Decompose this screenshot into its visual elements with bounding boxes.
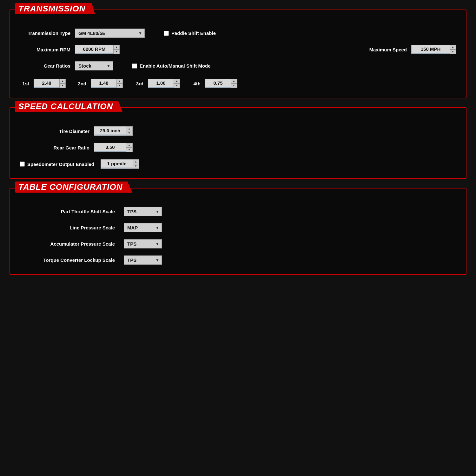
part-throttle-row: Part Throttle Shift Scale TPS MAP RPM ▼ — [20, 207, 456, 216]
max-rpm-input[interactable] — [75, 45, 113, 54]
speedometer-row: Speedometer Output Enabled ▲ ▼ — [20, 159, 456, 169]
tire-diameter-down[interactable]: ▼ — [126, 131, 132, 136]
speedo-label: Speedometer Output Enabled — [27, 162, 94, 167]
max-rpm-spinner: ▲ ▼ — [75, 45, 120, 54]
gear-1-label: 1st — [20, 81, 29, 86]
tire-diameter-label: Tire Diameter — [20, 129, 89, 134]
torque-converter-label: Torque Converter Lockup Scale — [20, 257, 115, 263]
gear-ratios-dropdown-wrap: Stock Custom ▼ — [75, 61, 113, 70]
part-throttle-label: Part Throttle Shift Scale — [20, 209, 115, 214]
gear-2-buttons: ▲ ▼ — [116, 79, 123, 88]
gear-3-spinner: ▲ ▼ — [148, 79, 180, 88]
rear-gear-buttons: ▲ ▼ — [126, 143, 132, 152]
gear-ratios-label: Gear Ratios — [20, 63, 70, 69]
rear-gear-row: Rear Gear Ratio ▲ ▼ — [20, 143, 456, 152]
max-speed-spinner-buttons: ▲ ▼ — [450, 45, 456, 54]
transmission-type-row: Transmission Type GM 4L80/5E GM 4L60/5E … — [20, 29, 456, 38]
table-configuration-title: TABLE CONFIGURATION — [15, 182, 132, 193]
accumulator-row: Accumulator Pressure Scale TPS MAP RPM ▼ — [20, 239, 456, 248]
gear-ratios-row: Gear Ratios Stock Custom ▼ Enable Auto/M… — [20, 61, 456, 70]
transmission-title: TRANSMISSION — [15, 3, 95, 14]
gear-4-up[interactable]: ▲ — [231, 79, 237, 83]
max-speed-spinner: ▲ ▼ — [411, 45, 456, 54]
gear-3-input[interactable] — [148, 79, 174, 88]
rear-gear-label: Rear Gear Ratio — [20, 145, 89, 150]
tire-diameter-spinner: ▲ ▼ — [94, 126, 133, 136]
accumulator-label: Accumulator Pressure Scale — [20, 241, 115, 247]
speed-calculation-section: SPEED CALCULATION Tire Diameter ▲ ▼ Rear… — [10, 107, 466, 179]
speedo-wrap: Speedometer Output Enabled — [20, 162, 94, 167]
transmission-type-select[interactable]: GM 4L80/5E GM 4L60/5E GM 6L80 4R70W — [75, 29, 145, 38]
auto-manual-label: Enable Auto/Manual Shift Mode — [140, 63, 211, 69]
max-rpm-label: Maximum RPM — [20, 47, 70, 52]
gear-2-up[interactable]: ▲ — [116, 79, 123, 83]
tire-diameter-input[interactable] — [94, 127, 126, 136]
part-throttle-select[interactable]: TPS MAP RPM — [124, 207, 162, 216]
max-speed-label: Maximum Speed — [369, 47, 407, 52]
speed-calculation-title: SPEED CALCULATION — [15, 101, 122, 112]
auto-manual-wrap: Enable Auto/Manual Shift Mode — [132, 63, 211, 69]
line-pressure-label: Line Pressure Scale — [20, 225, 115, 230]
speedo-down[interactable]: ▼ — [133, 164, 139, 169]
gear-4-input[interactable] — [205, 79, 231, 88]
speedo-input[interactable] — [101, 160, 133, 169]
max-speed-up[interactable]: ▲ — [450, 45, 456, 50]
torque-converter-select[interactable]: TPS MAP RPM — [124, 255, 162, 265]
gear-4-label: 4th — [191, 81, 201, 86]
rear-gear-up[interactable]: ▲ — [126, 143, 132, 148]
torque-converter-row: Torque Converter Lockup Scale TPS MAP RP… — [20, 255, 456, 265]
transmission-type-label: Transmission Type — [20, 30, 70, 36]
torque-converter-dropdown-wrap: TPS MAP RPM ▼ — [124, 255, 162, 265]
accumulator-select[interactable]: TPS MAP RPM — [124, 239, 162, 248]
gear-1-buttons: ▲ ▼ — [59, 79, 66, 88]
max-rpm-spinner-buttons: ▲ ▼ — [113, 45, 120, 54]
gear-2-label: 2nd — [77, 81, 86, 86]
gear-1-spinner: ▲ ▼ — [34, 79, 66, 88]
gear-3-down[interactable]: ▼ — [174, 83, 180, 88]
gear-spinners-row: 1st ▲ ▼ 2nd ▲ ▼ 3rd ▲ ▼ 4th — [20, 79, 456, 88]
part-throttle-dropdown-wrap: TPS MAP RPM ▼ — [124, 207, 162, 216]
tire-diameter-up[interactable]: ▲ — [126, 127, 132, 131]
accumulator-dropdown-wrap: TPS MAP RPM ▼ — [124, 239, 162, 248]
rear-gear-down[interactable]: ▼ — [126, 148, 132, 152]
gear-ratios-select[interactable]: Stock Custom — [75, 61, 113, 70]
gear-3-up[interactable]: ▲ — [174, 79, 180, 83]
gear-3-label: 3rd — [134, 81, 143, 86]
gear-4-spinner: ▲ ▼ — [205, 79, 237, 88]
gear-3-buttons: ▲ ▼ — [174, 79, 180, 88]
transmission-section: TRANSMISSION Transmission Type GM 4L80/5… — [10, 10, 466, 98]
speedo-spinner: ▲ ▼ — [101, 159, 139, 169]
gear-1-up[interactable]: ▲ — [59, 79, 66, 83]
gear-4-down[interactable]: ▼ — [231, 83, 237, 88]
paddle-shift-wrap: Paddle Shift Enable — [164, 30, 216, 36]
gear-2-input[interactable] — [91, 79, 116, 88]
paddle-shift-checkbox[interactable] — [164, 31, 169, 36]
speedo-up[interactable]: ▲ — [133, 160, 139, 164]
max-speed-down[interactable]: ▼ — [450, 50, 456, 54]
speedo-buttons: ▲ ▼ — [133, 160, 139, 169]
max-speed-group: Maximum Speed ▲ ▼ — [369, 45, 456, 54]
gear-2-spinner: ▲ ▼ — [91, 79, 123, 88]
gear-1-input[interactable] — [34, 79, 59, 88]
max-rpm-down[interactable]: ▼ — [113, 50, 120, 54]
auto-manual-checkbox[interactable] — [132, 63, 137, 69]
gear-1-down[interactable]: ▼ — [59, 83, 66, 88]
table-configuration-section: TABLE CONFIGURATION Part Throttle Shift … — [10, 188, 466, 275]
rear-gear-input[interactable] — [94, 143, 126, 152]
tire-diameter-buttons: ▲ ▼ — [126, 127, 132, 136]
gear-2-down[interactable]: ▼ — [116, 83, 123, 88]
max-rpm-row: Maximum RPM ▲ ▼ Maximum Speed ▲ ▼ — [20, 45, 456, 54]
line-pressure-row: Line Pressure Scale MAP TPS RPM ▼ — [20, 223, 456, 232]
line-pressure-dropdown-wrap: MAP TPS RPM ▼ — [124, 223, 162, 232]
speedo-checkbox[interactable] — [20, 162, 25, 167]
rear-gear-spinner: ▲ ▼ — [94, 143, 133, 152]
tire-diameter-row: Tire Diameter ▲ ▼ — [20, 126, 456, 136]
max-rpm-up[interactable]: ▲ — [113, 45, 120, 50]
gear-4-buttons: ▲ ▼ — [231, 79, 237, 88]
max-speed-input[interactable] — [412, 45, 450, 54]
line-pressure-select[interactable]: MAP TPS RPM — [124, 223, 162, 232]
transmission-type-dropdown-wrap: GM 4L80/5E GM 4L60/5E GM 6L80 4R70W ▼ — [75, 29, 145, 38]
paddle-shift-label: Paddle Shift Enable — [171, 30, 216, 36]
